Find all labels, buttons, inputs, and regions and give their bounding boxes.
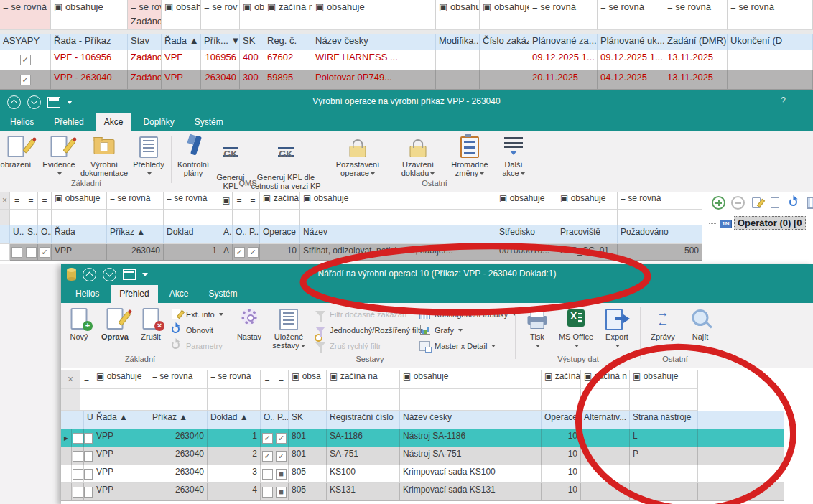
pozastaveni-operace-button[interactable]: Pozastavení operace [329,134,386,177]
filter-op-cell[interactable]: = se rovná [598,0,664,14]
row-cell[interactable]: Zadáno [128,70,162,90]
nastav-button[interactable]: Nastav [232,307,266,341]
filter-op-cell[interactable]: = se rovná [149,370,208,389]
collapse-down-icon[interactable] [103,268,116,281]
filter-op-cell[interactable]: ▣ [220,192,233,210]
ulozene-sestavy-button[interactable]: Uložené sestavy [268,307,310,350]
export-button[interactable]: Export [598,307,636,350]
filter-op-cell[interactable]: ▣ začíná n [264,0,312,14]
filter-value-cell[interactable] [107,210,164,225]
filter-value-cell[interactable] [246,210,260,225]
prehledy-button[interactable]: Přehledy [131,134,167,177]
col-header[interactable]: SK [240,34,264,50]
row-cell[interactable] [728,50,813,70]
filter-value-cell[interactable] [149,389,208,411]
checkbox-checked[interactable]: ✓ [262,451,273,462]
table-row[interactable]: ✓ VPP - 263040 Zadáno VPP 263040 300 598… [0,70,813,90]
col-header[interactable]: U.. [84,411,93,429]
row-cell[interactable] [581,483,630,501]
table-row[interactable]: ✓ VPF - 106956 Zadáno VPF 106956 400 676… [0,50,813,70]
row-cell[interactable]: Střihat, odizolovat, potiskovat, nabíjet… [300,244,496,261]
col-header[interactable]: Reg. č. [264,34,312,50]
row-cell[interactable]: Nástroj SA-1186 [400,429,542,447]
row-cell[interactable] [698,483,784,501]
tree-node-operator[interactable]: Operátor (0) [0 [734,216,806,230]
row-cell[interactable]: 10 [542,429,581,447]
checkbox-unchecked[interactable] [73,469,83,480]
row-cell[interactable] [581,465,630,483]
filter-value-cell[interactable] [581,389,630,411]
remove-icon[interactable] [731,196,745,210]
col-header[interactable]: O.. [38,225,52,244]
col-header[interactable]: ASYAPY [0,34,51,50]
collapse-down-icon[interactable] [27,95,41,109]
row-cell[interactable]: 20.11.2025 [529,70,598,90]
master-detail-button[interactable]: Master x Detail [419,340,496,351]
col-header[interactable]: Požadováno [618,225,702,244]
filter-op-cell[interactable]: = se rovná [107,192,164,210]
filter-op-cell[interactable]: = [38,192,52,210]
filter-value-cell[interactable] [264,14,312,30]
filter-value-cell[interactable] [201,14,240,30]
checkbox-unchecked[interactable] [84,451,93,462]
kontrolni-plany-button[interactable]: Kontrolní plány [175,134,212,177]
col-header[interactable]: Zadání (DMR) [664,34,728,50]
col-header[interactable]: Alternativ... [581,411,630,429]
col-header[interactable]: Příkaz ▲ [107,225,164,244]
row-selector[interactable]: ▸ [61,429,72,447]
col-header[interactable]: O.. [233,225,246,244]
row-cell[interactable]: KS131 [327,483,400,501]
checkbox-filled[interactable]: ■ [276,469,287,480]
row-cell[interactable]: 09.12.2025 1... [598,50,664,70]
col-header[interactable]: Řada ▲ [162,34,201,50]
checkbox-checked[interactable]: ✓ [40,247,50,258]
col-header[interactable]: Příkaz ▲ [149,411,208,429]
row-cell[interactable]: 10 [542,447,581,465]
refresh-icon[interactable] [788,197,801,208]
hromadne-zmeny-button[interactable]: Hromadné změny [447,134,493,177]
col-header[interactable]: Ukončení (D [728,34,813,50]
filter-op-cell[interactable]: ▣ obsahu [436,0,480,14]
filtr-docasne-button[interactable]: Filtr dočasně zakázán [314,309,406,319]
table-row[interactable]: VPP 263040 2 ✓ ✓ 801 SA-751 Nástroj SA-7… [61,447,784,465]
filter-op-cell[interactable]: = se rov [128,0,162,14]
filter-value-cell[interactable] [529,14,598,30]
operations-window-titlebar[interactable]: Výrobní operace na výrobní příkaz VPP - … [0,90,813,113]
tools-window-titlebar[interactable]: Nářadí na výrobní operaci 10 (Příkaz: VP… [61,264,813,283]
row-cell[interactable] [698,429,784,447]
pivot-icon[interactable] [807,197,813,209]
collapse-up-icon[interactable] [83,268,96,281]
new-document-icon[interactable] [751,197,763,208]
row-cell[interactable]: 263040 [107,244,164,261]
row-cell[interactable] [480,70,529,90]
col-header[interactable]: Řada [52,225,107,244]
tab-system[interactable]: Systém [186,113,232,131]
clear-filter-icon[interactable]: × [0,192,10,210]
row-cell[interactable]: KS100 [327,465,400,483]
row-cell[interactable]: 106956 [201,50,240,70]
row-cell[interactable]: VPP [93,483,149,501]
row-cell[interactable]: 300 [240,70,264,90]
ext-info-button[interactable]: Ext. info [170,309,223,319]
filter-op-cell[interactable]: ▣ obsahuje [480,0,529,14]
dalsi-akce-button[interactable]: Další akce [496,134,531,177]
col-header[interactable]: Pracoviště [557,225,618,244]
filter-value-cell[interactable] [598,14,664,30]
checkbox-checked[interactable]: ✓ [276,451,287,462]
clear-filter-icon[interactable]: × [61,370,80,389]
row-cell[interactable]: Zadáno [128,50,162,70]
row-cell[interactable] [480,50,529,70]
col-header[interactable]: Operace [542,411,581,429]
filter-op-cell[interactable]: = se rovná [529,0,598,14]
zrus-rychly-filtr-button[interactable]: Zruš rychlý filtr [314,340,381,351]
vyrobni-dokumentace-button[interactable]: Výrobní dokumentace [80,134,128,177]
filter-value-cell[interactable] [0,14,51,30]
filter-op-cell[interactable]: ▣ obsahuje [52,192,107,210]
row-cell[interactable]: 263040 [149,429,208,447]
tab-helios[interactable]: Helios [67,285,108,303]
checkbox-checked[interactable]: ✓ [262,433,273,444]
filter-value-cell[interactable] [38,210,52,225]
row-cell[interactable]: VPP [93,429,149,447]
filter-value-cell[interactable] [480,14,529,30]
filter-op-cell[interactable]: = [246,192,260,210]
